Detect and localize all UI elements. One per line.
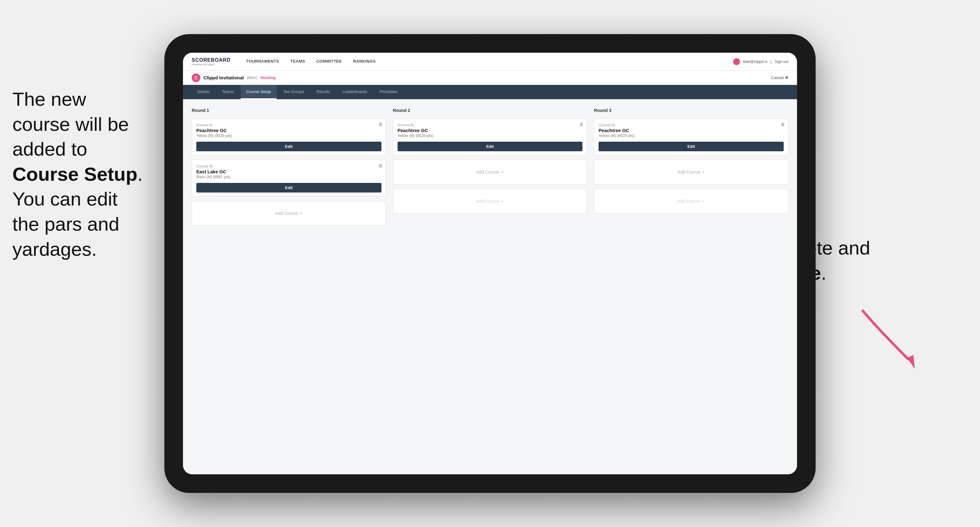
round3-add-course-text: Add Course + <box>678 170 705 175</box>
tab-teams[interactable]: Teams <box>216 85 239 99</box>
round3-course-a-edit-button[interactable]: Edit <box>598 142 784 151</box>
round2-add-course-disabled-card: Add Course + <box>393 189 587 214</box>
tab-tee-groups[interactable]: Tee Groups <box>278 85 310 99</box>
cancel-button[interactable]: Cancel ✕ <box>771 75 788 80</box>
tab-course-setup[interactable]: Course Setup <box>241 85 277 99</box>
round3-add-course-disabled-text: Add Course + <box>678 199 705 204</box>
round1-course-b-name: East Lake GC <box>196 169 382 174</box>
round3-course-a-delete-icon[interactable]: 🗑 <box>781 122 785 127</box>
nav-item-committee[interactable]: COMMITTEE <box>311 53 348 71</box>
tab-printables[interactable]: Printables <box>374 85 403 99</box>
round2-course-a-details: Yellow (M) (6629 yds) <box>398 133 583 138</box>
round1-course-b-details: Black (M) (6891 yds) <box>196 175 382 179</box>
round-2-column: Round 2 🗑 (Course A) Peachtree GC Yellow… <box>393 108 587 466</box>
tournament-logo: C <box>192 73 200 82</box>
round1-add-course-text: Add Course + <box>275 211 302 216</box>
round1-course-b-edit-button[interactable]: Edit <box>196 183 382 192</box>
round1-course-a-name: Peachtree GC <box>196 128 382 133</box>
round1-course-b-card: 🗑 (Course B) East Lake GC Black (M) (689… <box>192 160 386 197</box>
round1-course-a-details: Yellow (M) (6629 yds) <box>196 133 382 138</box>
tab-details[interactable]: Details <box>192 85 215 99</box>
round2-add-course-disabled-text: Add Course + <box>476 199 504 204</box>
nav-item-tournaments[interactable]: TOURNAMENTS <box>241 53 285 71</box>
round2-course-a-label: (Course A) <box>398 123 583 127</box>
round-1-title: Round 1 <box>192 108 386 113</box>
tournament-gender: (Men) <box>247 75 258 80</box>
tournament-name: Clippd Invitational <box>204 75 244 80</box>
scoreboard-logo: SCOREBOARD Powered by clippd <box>192 57 231 66</box>
round1-course-a-edit-button[interactable]: Edit <box>196 142 382 151</box>
logo-sub: Powered by clippd <box>192 63 231 66</box>
round1-course-b-delete-icon[interactable]: 🗑 <box>379 163 383 168</box>
rounds-container: Round 1 🗑 (Course A) Peachtree GC Yellow… <box>192 108 788 466</box>
round2-course-a-edit-button[interactable]: Edit <box>398 142 583 151</box>
tournament-bar: C Clippd Invitational (Men) Hosting Canc… <box>183 71 797 85</box>
round1-add-course-card[interactable]: Add Course + <box>192 201 386 226</box>
round2-course-a-name: Peachtree GC <box>398 128 583 133</box>
svg-marker-1 <box>907 355 915 369</box>
round3-course-a-name: Peachtree GC <box>598 128 784 133</box>
round3-add-course-disabled-card: Add Course + <box>594 189 788 214</box>
sign-out-link[interactable]: Sign out <box>775 60 788 64</box>
arrow-right <box>846 304 940 378</box>
tournament-hosting: Hosting <box>261 75 275 80</box>
top-nav: SCOREBOARD Powered by clippd TOURNAMENTS… <box>183 53 797 71</box>
round2-add-course-card[interactable]: Add Course + <box>393 160 587 184</box>
tab-bar: Details Teams Course Setup Tee Groups Re… <box>183 85 797 99</box>
tab-leaderboards[interactable]: Leaderboards <box>337 85 373 99</box>
tab-results[interactable]: Results <box>311 85 336 99</box>
round3-course-a-label: (Course A) <box>598 123 784 127</box>
nav-items: TOURNAMENTS TEAMS COMMITTEE RANKINGS <box>241 53 733 71</box>
user-email: blair@clippd.io <box>743 60 768 64</box>
round-3-title: Round 3 <box>594 108 788 113</box>
nav-right: blair@clippd.io | Sign out <box>733 58 788 65</box>
round3-course-a-card: 🗑 (Course A) Peachtree GC Yellow (M) (66… <box>594 118 788 155</box>
tournament-info: C Clippd Invitational (Men) Hosting <box>192 73 275 82</box>
tablet-screen: SCOREBOARD Powered by clippd TOURNAMENTS… <box>183 53 797 474</box>
round2-course-a-delete-icon[interactable]: 🗑 <box>579 122 584 127</box>
round3-add-course-card[interactable]: Add Course + <box>594 160 788 184</box>
user-avatar <box>733 58 740 65</box>
nav-separator: | <box>771 60 772 64</box>
round3-course-a-details: Yellow (M) (6629 yds) <box>598 133 784 138</box>
main-content: Round 1 🗑 (Course A) Peachtree GC Yellow… <box>183 99 797 474</box>
close-icon: ✕ <box>785 75 788 80</box>
round-2-title: Round 2 <box>393 108 587 113</box>
round1-course-a-delete-icon[interactable]: 🗑 <box>379 122 383 127</box>
round1-course-a-card: 🗑 (Course A) Peachtree GC Yellow (M) (66… <box>192 118 386 155</box>
round-1-column: Round 1 🗑 (Course A) Peachtree GC Yellow… <box>192 108 386 466</box>
tablet-frame: SCOREBOARD Powered by clippd TOURNAMENTS… <box>164 34 816 493</box>
round1-course-a-label: (Course A) <box>196 123 382 127</box>
logo-title: SCOREBOARD <box>192 57 231 63</box>
round2-course-a-card: 🗑 (Course A) Peachtree GC Yellow (M) (66… <box>393 118 587 155</box>
round2-add-course-text: Add Course + <box>476 170 504 175</box>
nav-item-rankings[interactable]: RANKINGS <box>347 53 381 71</box>
round-3-column: Round 3 🗑 (Course A) Peachtree GC Yellow… <box>594 108 788 466</box>
round1-course-b-label: (Course B) <box>196 164 382 168</box>
nav-item-teams[interactable]: TEAMS <box>285 53 311 71</box>
